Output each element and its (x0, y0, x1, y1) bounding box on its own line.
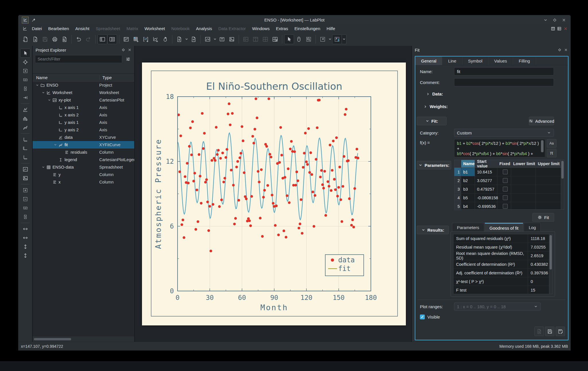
shift-right-x-tool[interactable] (20, 233, 30, 242)
tab-line[interactable]: Line (442, 56, 462, 65)
search-input[interactable] (35, 55, 122, 63)
data-point[interactable] (303, 152, 305, 155)
data-point[interactable] (344, 113, 346, 116)
tree-item-xy-plot[interactable]: xy-plotCartesianPlot (33, 96, 134, 104)
data-point[interactable] (214, 159, 217, 162)
tree-item-y-axis-1[interactable]: y axis 1Axis (33, 119, 134, 126)
close-red-icon[interactable] (564, 27, 568, 31)
new-spreadsheet-button[interactable] (131, 34, 141, 44)
param-fixed[interactable] (497, 185, 511, 193)
data-point[interactable] (257, 170, 259, 173)
zoom-y-select-tool[interactable] (20, 84, 30, 93)
param-start-value[interactable]: -0.0808158 (475, 194, 497, 202)
data-point[interactable] (271, 194, 273, 196)
data-point[interactable] (318, 99, 321, 101)
save-function-button[interactable] (545, 327, 554, 336)
data-point[interactable] (353, 226, 355, 228)
data-point[interactable] (227, 113, 229, 115)
data-point[interactable] (338, 166, 341, 168)
data-point[interactable] (249, 224, 252, 227)
tab-filling[interactable]: Filling (513, 56, 536, 65)
add-y-axis-tool[interactable] (20, 144, 30, 153)
param-upper-limit[interactable] (536, 194, 560, 202)
data-point[interactable] (262, 196, 265, 198)
data-point[interactable] (351, 218, 354, 221)
add-text-label-button[interactable] (217, 34, 227, 44)
data-point[interactable] (268, 153, 271, 155)
data-point[interactable] (315, 158, 317, 161)
add-cartesian-plot-tool[interactable] (20, 165, 30, 174)
data-point[interactable] (223, 177, 226, 179)
data-point[interactable] (311, 191, 314, 193)
maximize-button[interactable] (552, 17, 558, 23)
data-point[interactable] (186, 162, 188, 165)
data-point[interactable] (202, 147, 205, 150)
data-point[interactable] (183, 236, 185, 239)
data-point[interactable] (268, 97, 270, 100)
fit-to-selection-button[interactable] (318, 34, 328, 44)
gof-row[interactable]: χ²-test ( P > χ²)0 (453, 277, 552, 286)
data-point[interactable] (300, 198, 302, 201)
plot-title[interactable]: El Niño-Southern Oscillation (206, 81, 342, 92)
param-name[interactable]: b2 (461, 176, 475, 185)
param-start-value[interactable]: 10.6415 (475, 168, 497, 176)
results-tab-goodness-of-fit[interactable]: Goodness of fit (485, 223, 523, 233)
param-fixed[interactable] (497, 202, 511, 210)
param-start-value[interactable]: 0.479257 (475, 185, 497, 193)
data-point[interactable] (350, 224, 353, 226)
data-point[interactable] (258, 181, 260, 183)
data-section-toggle[interactable]: Data: (426, 91, 443, 96)
data-point[interactable] (327, 180, 329, 183)
data-point[interactable] (265, 145, 268, 148)
data-point[interactable] (260, 168, 263, 171)
data-point[interactable] (348, 197, 351, 200)
data-point[interactable] (301, 232, 303, 235)
param-lower-limit[interactable] (511, 194, 536, 202)
data-point[interactable] (285, 236, 287, 239)
param-start-value[interactable]: 3.05277 (475, 176, 497, 185)
data-point[interactable] (203, 132, 206, 134)
data-point[interactable] (314, 194, 316, 197)
tree-item-data[interactable]: dataXYCurve (33, 134, 134, 141)
data-point[interactable] (286, 194, 288, 197)
data-point[interactable] (283, 230, 285, 232)
data-point[interactable] (252, 142, 255, 145)
data-point[interactable] (248, 219, 251, 222)
new-project-button[interactable] (21, 34, 30, 44)
print-button[interactable] (50, 34, 60, 44)
data-point[interactable] (187, 182, 190, 184)
formula-editor[interactable]: b1 + b2*cos( 2*pi*x/12 ) + b3*sin( 2*pi*… (454, 139, 545, 157)
menu-worksheet[interactable]: Worksheet (141, 25, 168, 32)
data-point[interactable] (216, 153, 219, 156)
data-point[interactable] (313, 225, 315, 228)
toggle-project-explorer-button[interactable] (98, 34, 107, 44)
tree-item-ENSO-data[interactable]: ENSO-dataSpreadsheet (33, 163, 134, 171)
filter-options-button[interactable] (124, 55, 132, 63)
data-point[interactable] (215, 126, 217, 128)
zoom-in-x-tool[interactable] (20, 204, 30, 212)
data-point[interactable] (353, 187, 356, 190)
gof-row[interactable]: Coefficient of determination (R²)0.43038… (453, 260, 552, 269)
data-point[interactable] (288, 201, 291, 204)
data-point[interactable] (297, 179, 299, 182)
param-name[interactable]: b5 (461, 194, 475, 202)
param-fixed[interactable] (497, 194, 511, 202)
fit-to-selection-dropdown[interactable] (328, 34, 332, 44)
data-point[interactable] (304, 132, 307, 134)
shift-left-x-tool[interactable] (20, 224, 30, 233)
param-upper-limit[interactable] (536, 185, 560, 193)
data-point[interactable] (239, 157, 241, 159)
data-point[interactable] (200, 202, 203, 204)
name-field[interactable] (454, 67, 554, 75)
select-mode-button[interactable] (284, 34, 294, 44)
data-point[interactable] (278, 161, 281, 164)
expander-open-icon[interactable] (41, 165, 46, 169)
select-tool[interactable] (20, 49, 30, 58)
zoom-in-y-tool[interactable] (20, 212, 30, 221)
parameters-scrollbar[interactable] (561, 160, 564, 209)
new-plot-button[interactable] (203, 34, 213, 44)
data-point[interactable] (308, 171, 311, 174)
data-point[interactable] (274, 224, 277, 227)
data-point[interactable] (284, 176, 286, 179)
add-fit-curve-tool[interactable] (20, 123, 30, 132)
